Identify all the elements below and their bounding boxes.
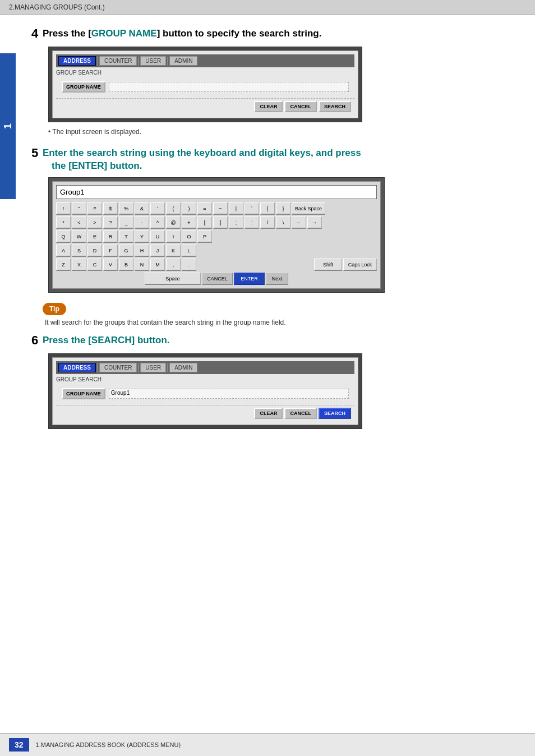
key-h[interactable]: H: [135, 245, 149, 257]
step6-name-input[interactable]: Group1: [109, 389, 349, 399]
key-t[interactable]: T: [119, 231, 133, 243]
key-rbracket[interactable]: ]: [213, 216, 228, 229]
key-comma[interactable]: ,: [166, 259, 181, 271]
step6-bottom-buttons: CLEAR CANCEL SEARCH: [56, 405, 354, 421]
key-plus[interactable]: +: [182, 216, 196, 229]
search-button-step4[interactable]: SEARCH: [319, 101, 351, 112]
key-dollar[interactable]: $: [103, 202, 118, 215]
key-o[interactable]: O: [182, 231, 196, 243]
key-f[interactable]: F: [103, 245, 118, 257]
key-lcurly[interactable]: {: [260, 202, 275, 215]
key-apos[interactable]: ': [150, 202, 165, 215]
key-next[interactable]: Next: [266, 273, 288, 285]
key-z[interactable]: Z: [56, 259, 71, 271]
key-caps-lock[interactable]: Caps Lock: [343, 259, 377, 271]
key-w[interactable]: W: [72, 231, 86, 243]
key-rparen[interactable]: ): [182, 202, 196, 215]
key-p[interactable]: P: [197, 231, 212, 243]
key-l[interactable]: L: [182, 245, 196, 257]
key-lt[interactable]: <: [72, 216, 86, 229]
key-u[interactable]: U: [150, 231, 165, 243]
key-amp[interactable]: &: [135, 202, 149, 215]
key-space[interactable]: Space: [145, 273, 201, 285]
key-lbracket[interactable]: [: [197, 216, 212, 229]
key-backspace[interactable]: Back Space: [292, 202, 325, 215]
step4-bottom-buttons: CLEAR CANCEL SEARCH: [56, 98, 354, 114]
key-e[interactable]: E: [87, 231, 102, 243]
key-underscore[interactable]: _: [119, 216, 133, 229]
left-chapter-tab: 1: [0, 53, 16, 199]
tab-admin[interactable]: ADMIN: [169, 56, 197, 66]
key-k[interactable]: K: [166, 245, 181, 257]
key-pipe[interactable]: |: [229, 202, 243, 215]
tip-text: It will search for the groups that conta…: [45, 319, 518, 326]
key-left-arrow[interactable]: ←: [292, 216, 306, 229]
key-r[interactable]: R: [103, 231, 118, 243]
key-question[interactable]: ?: [103, 216, 118, 229]
key-s[interactable]: S: [72, 245, 86, 257]
key-b[interactable]: B: [119, 259, 133, 271]
key-j[interactable]: J: [150, 245, 165, 257]
key-d[interactable]: D: [87, 245, 102, 257]
key-eq[interactable]: =: [197, 202, 212, 215]
key-enter[interactable]: ENTER: [234, 273, 265, 285]
key-tilde[interactable]: ~: [213, 202, 228, 215]
keyboard-display: Group1: [56, 185, 377, 199]
key-m[interactable]: M: [150, 259, 165, 271]
key-colon[interactable]: :: [245, 216, 259, 229]
tab-address[interactable]: ADDRESS: [58, 56, 96, 66]
step4-group-search-label: GROUP SEARCH: [56, 70, 354, 76]
key-lparen[interactable]: (: [166, 202, 181, 215]
key-i[interactable]: I: [166, 231, 181, 243]
key-excl[interactable]: !: [56, 202, 71, 215]
key-at[interactable]: @: [166, 216, 181, 229]
key-a[interactable]: A: [56, 245, 71, 257]
key-hash[interactable]: #: [87, 202, 102, 215]
step4-tab-bar: ADDRESS COUNTER USER ADMIN: [56, 54, 354, 67]
key-cancel[interactable]: CANCEL: [202, 273, 233, 285]
key-quote[interactable]: ": [72, 202, 86, 215]
cancel-button-step6[interactable]: CANCEL: [284, 408, 317, 419]
key-backslash[interactable]: \: [276, 216, 290, 229]
step6-tab-sep1: [97, 363, 98, 372]
search-button-step6[interactable]: SEARCH: [319, 408, 351, 419]
step5-heading: 5 Enter the search string using the keyb…: [31, 146, 518, 160]
key-x[interactable]: X: [72, 259, 86, 271]
key-q[interactable]: Q: [56, 231, 71, 243]
step6-tab-admin[interactable]: ADMIN: [169, 363, 197, 372]
keyboard-row5: Z X C V B N M , . Shift Caps Lock: [56, 259, 377, 271]
key-g[interactable]: G: [119, 245, 133, 257]
step6-group-name-button[interactable]: GROUP NAME: [62, 388, 105, 399]
cancel-button-step4[interactable]: CANCEL: [284, 101, 317, 112]
tab-user[interactable]: USER: [140, 56, 166, 66]
page-number: 32: [9, 738, 29, 752]
key-period[interactable]: .: [182, 259, 196, 271]
key-c[interactable]: C: [87, 259, 102, 271]
key-v[interactable]: V: [103, 259, 118, 271]
key-caret[interactable]: ^: [150, 216, 165, 229]
step4-name-input[interactable]: [109, 82, 349, 92]
key-dash[interactable]: -: [135, 216, 149, 229]
key-rcurly[interactable]: }: [276, 202, 290, 215]
group-name-button[interactable]: GROUP NAME: [62, 81, 105, 93]
step6-tab-counter[interactable]: COUNTER: [99, 363, 137, 372]
tab-sep2: [138, 57, 139, 66]
step4-screen: ADDRESS COUNTER USER ADMIN GROUP SEARCH …: [48, 47, 362, 122]
step6-tab-user[interactable]: USER: [140, 363, 166, 372]
step6-tab-address[interactable]: ADDRESS: [58, 363, 96, 372]
key-right-arrow[interactable]: →: [307, 216, 322, 229]
key-semicolon[interactable]: ;: [229, 216, 243, 229]
key-asterisk[interactable]: *: [56, 216, 71, 229]
key-backtick[interactable]: `: [245, 202, 259, 215]
tab-counter[interactable]: COUNTER: [99, 56, 137, 66]
key-slash[interactable]: /: [260, 216, 275, 229]
clear-button-step4[interactable]: CLEAR: [254, 101, 283, 112]
key-percent[interactable]: %: [119, 202, 133, 215]
step6-title: Press the [SEARCH] button.: [43, 335, 170, 345]
step6-heading: 6 Press the [SEARCH] button.: [31, 333, 518, 348]
clear-button-step6[interactable]: CLEAR: [254, 408, 283, 419]
key-shift[interactable]: Shift: [314, 259, 342, 271]
key-y[interactable]: Y: [135, 231, 149, 243]
key-n[interactable]: N: [135, 259, 149, 271]
key-gt[interactable]: >: [87, 216, 102, 229]
